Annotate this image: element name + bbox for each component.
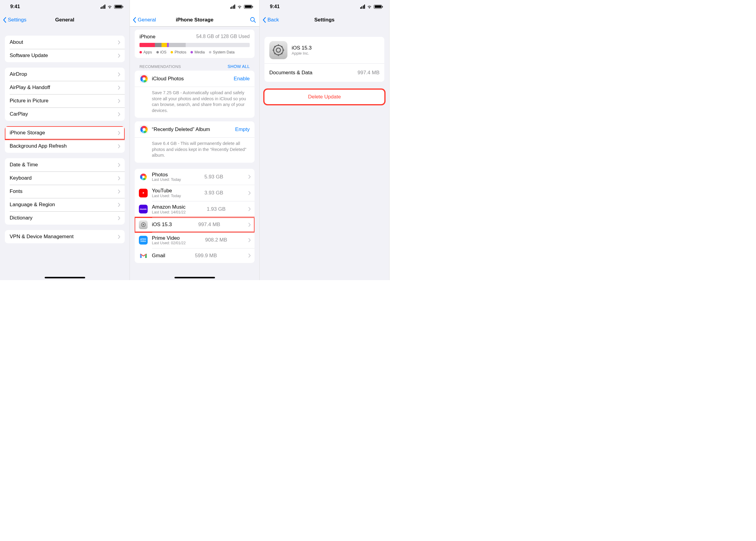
gmail-app-icon	[139, 251, 148, 260]
recommendations-label: RECOMMENDATIONS	[140, 64, 181, 69]
screen-update-detail: 9:41 Back Settings iOS 15.3 Apple Inc. D…	[260, 0, 389, 280]
status-bar: 9:41	[0, 0, 130, 13]
group-storage: iPhone Storage Background App Refresh	[5, 126, 125, 153]
row-background-refresh[interactable]: Background App Refresh	[5, 140, 125, 153]
chevron-left-icon	[3, 17, 7, 23]
status-time: 9:41	[10, 4, 20, 9]
amazon-music-app-icon: music	[139, 205, 148, 214]
empty-button[interactable]: Empty	[235, 127, 250, 133]
app-list: PhotosLast Used: Today 5.93 GB YouTubeLa…	[135, 169, 255, 263]
chevron-right-icon	[118, 235, 121, 239]
screen-storage: 9:41 General iPhone Storage iPhone 54.8 …	[130, 0, 260, 280]
back-label: General	[138, 17, 156, 23]
row-date-time[interactable]: Date & Time	[5, 158, 125, 172]
reco-recently-deleted: “Recently Deleted” Album Empty Save 6.4 …	[135, 121, 255, 163]
app-row-youtube[interactable]: YouTubeLast Used: Today 3.93 GB	[135, 185, 255, 201]
delete-update-button[interactable]: Delete Update	[265, 90, 384, 104]
row-iphone-storage[interactable]: iPhone Storage	[5, 126, 125, 140]
search-icon	[250, 17, 256, 23]
wifi-icon	[107, 5, 112, 9]
battery-icon	[244, 5, 252, 9]
reco-icloud-photos: iCloud Photos Enable Save 7.25 GB - Auto…	[135, 71, 255, 118]
settings-app-icon	[269, 41, 288, 59]
app-row-amazon-music[interactable]: music Amazon MusicLast Used: 14/01/22 1.…	[135, 201, 255, 217]
chevron-right-icon	[249, 175, 251, 179]
seg-ios	[155, 43, 162, 47]
recommendations-header: RECOMMENDATIONS SHOW ALL	[140, 64, 250, 69]
search-button[interactable]	[250, 17, 256, 23]
home-indicator[interactable]	[45, 277, 85, 278]
photos-icon	[140, 74, 148, 83]
photos-icon	[140, 125, 148, 134]
status-bar: 9:41	[260, 0, 389, 13]
chevron-left-icon	[133, 17, 137, 23]
update-name: iOS 15.3	[292, 45, 312, 51]
nav-bar: General iPhone Storage	[130, 13, 259, 27]
enable-button[interactable]: Enable	[234, 76, 250, 82]
chevron-right-icon	[118, 86, 121, 90]
show-all-button[interactable]: SHOW ALL	[228, 64, 250, 69]
row-keyboard[interactable]: Keyboard	[5, 172, 125, 185]
app-row-gmail[interactable]: Gmail 599.9 MB	[135, 248, 255, 263]
row-carplay[interactable]: CarPlay	[5, 108, 125, 121]
back-button[interactable]: Back	[263, 17, 279, 23]
row-language[interactable]: Language & Region	[5, 198, 125, 211]
legend-media: Media	[191, 50, 205, 54]
wifi-icon	[367, 5, 372, 9]
back-button[interactable]: Settings	[3, 17, 26, 23]
row-dictionary[interactable]: Dictionary	[5, 211, 125, 225]
reco-desc: Save 6.4 GB - This will permanently dele…	[135, 137, 255, 163]
youtube-app-icon	[139, 189, 148, 198]
svg-line-1	[254, 21, 256, 22]
chevron-right-icon	[118, 54, 121, 58]
chevron-right-icon	[118, 144, 121, 148]
chevron-right-icon	[118, 131, 121, 135]
legend-apps: Apps	[140, 50, 152, 54]
legend-ios: iOS	[156, 50, 167, 54]
chevron-right-icon	[118, 40, 121, 44]
app-row-ios-update[interactable]: iOS 15.3 997.4 MB	[135, 217, 255, 232]
battery-icon	[114, 5, 122, 9]
documents-label: Documents & Data	[269, 70, 313, 76]
storage-used: 54.8 GB of 128 GB Used	[196, 34, 250, 40]
chevron-right-icon	[118, 216, 121, 220]
app-row-photos[interactable]: PhotosLast Used: Today 5.93 GB	[135, 169, 255, 185]
home-indicator[interactable]	[175, 277, 215, 278]
row-software-update[interactable]: Software Update	[5, 49, 125, 62]
battery-icon	[374, 5, 382, 9]
cellular-icon	[230, 5, 236, 9]
legend-photos: Photos	[171, 50, 186, 54]
chevron-right-icon	[118, 112, 121, 116]
status-indicators	[360, 5, 382, 9]
documents-value: 997.4 MB	[358, 70, 379, 76]
back-button[interactable]: General	[133, 17, 156, 23]
row-airplay[interactable]: AirPlay & Handoff	[5, 81, 125, 94]
storage-legend: Apps iOS Photos Media System Data	[140, 50, 250, 54]
prime-video-app-icon: primevideo	[139, 236, 148, 245]
cellular-icon	[360, 5, 365, 9]
chevron-right-icon	[118, 99, 121, 103]
status-indicators	[101, 5, 123, 9]
documents-data-row: Documents & Data 997.4 MB	[265, 63, 384, 82]
status-bar: 9:41	[130, 0, 259, 13]
settings-app-icon	[139, 221, 148, 229]
chevron-right-icon	[249, 223, 251, 227]
delete-update-label: Delete Update	[308, 94, 341, 100]
storage-bar	[140, 43, 250, 47]
nav-bar: Back Settings	[260, 13, 389, 27]
seg-apps	[140, 43, 155, 47]
row-about[interactable]: About	[5, 36, 125, 49]
row-pip[interactable]: Picture in Picture	[5, 94, 125, 108]
back-label: Settings	[8, 17, 26, 23]
chevron-right-icon	[118, 203, 121, 207]
reco-title: “Recently Deleted” Album	[152, 127, 210, 133]
content: About Software Update AirDrop AirPlay & …	[0, 36, 130, 243]
legend-system: System Data	[209, 50, 235, 54]
row-airdrop[interactable]: AirDrop	[5, 68, 125, 81]
chevron-right-icon	[118, 73, 121, 76]
row-fonts[interactable]: Fonts	[5, 185, 125, 198]
chevron-right-icon	[249, 191, 251, 195]
app-row-prime-video[interactable]: primevideo Prime VideoLast Used: 02/01/2…	[135, 232, 255, 249]
row-vpn[interactable]: VPN & Device Management	[5, 230, 125, 243]
screen-general: 9:41 Settings General About Software Upd…	[0, 0, 130, 280]
